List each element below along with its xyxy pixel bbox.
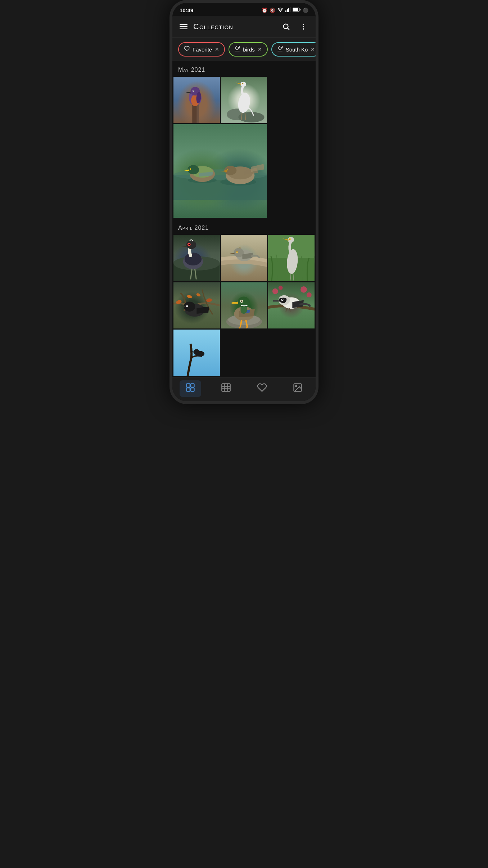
svg-point-55 <box>234 248 244 258</box>
photo-cell-kingfisher[interactable] <box>173 77 220 123</box>
svg-point-96 <box>193 349 200 355</box>
memories-icon <box>293 382 303 395</box>
svg-rect-99 <box>186 388 190 391</box>
photo-cell-ducks[interactable] <box>173 124 267 218</box>
bottom-nav <box>172 377 316 401</box>
status-icons: ⏰ 🔇 <box>262 7 308 13</box>
main-content: Collection <box>172 16 316 401</box>
signal-icon <box>285 7 290 13</box>
filter-chip-south-korea[interactable]: South Ko ✕ <box>271 42 316 57</box>
svg-point-0 <box>280 11 281 12</box>
status-bar: 10:49 ⏰ 🔇 <box>172 3 316 16</box>
svg-point-23 <box>193 90 194 91</box>
svg-rect-2 <box>287 9 288 12</box>
svg-point-87 <box>307 292 312 297</box>
menu-button[interactable] <box>178 23 189 31</box>
svg-point-84 <box>272 288 278 294</box>
photo-cell-mallard-standing[interactable] <box>221 282 267 329</box>
timeline-icon <box>221 382 231 395</box>
svg-point-11 <box>303 26 304 27</box>
filter-chip-birds[interactable]: birds ✕ <box>229 42 268 57</box>
svg-rect-98 <box>191 384 194 387</box>
photo-cell-small-bird[interactable] <box>221 235 267 281</box>
svg-point-81 <box>241 301 242 301</box>
svg-rect-3 <box>288 8 289 12</box>
nav-item-collection[interactable] <box>180 380 201 397</box>
svg-point-86 <box>301 286 307 293</box>
svg-point-69 <box>196 292 201 297</box>
more-options-button[interactable] <box>297 20 310 33</box>
photo-grid-april-2021 <box>172 235 316 377</box>
phone-frame: 10:49 ⏰ 🔇 <box>170 0 318 404</box>
svg-point-32 <box>242 83 243 84</box>
svg-point-51 <box>189 244 190 245</box>
svg-point-63 <box>290 239 290 240</box>
svg-point-68 <box>206 298 212 302</box>
svg-point-61 <box>288 237 294 243</box>
svg-point-44 <box>227 169 228 170</box>
photo-cell-night-heron[interactable] <box>173 235 220 281</box>
photo-cell-branch-bird[interactable] <box>268 282 315 329</box>
chip-birds-label: birds <box>243 46 255 53</box>
svg-point-13 <box>238 47 239 48</box>
alarm-icon: ⏰ <box>262 8 267 13</box>
tag-icon-birds <box>234 46 240 53</box>
camera-icon: ⚫ <box>303 8 308 13</box>
tag-icon-sk <box>277 46 283 53</box>
photo-cell-heron-grass[interactable] <box>268 235 315 281</box>
svg-rect-97 <box>186 384 190 387</box>
heart-icon <box>184 46 190 53</box>
wifi-icon <box>277 7 283 13</box>
svg-point-12 <box>303 28 304 30</box>
filter-row: Favorite ✕ birds ✕ <box>172 38 316 61</box>
filter-chip-favorite[interactable]: Favorite ✕ <box>178 42 225 57</box>
scrollable-content[interactable]: May 2021 <box>172 61 316 377</box>
nav-item-favorites[interactable] <box>251 380 273 397</box>
chip-sk-label: South Ko <box>286 46 308 53</box>
chip-favorite-label: Favorite <box>193 46 212 53</box>
chip-birds-close[interactable]: ✕ <box>258 46 262 52</box>
section-header-april-2021: April 2021 <box>172 219 316 235</box>
photo-cell-dark-bird[interactable] <box>173 282 220 329</box>
nav-item-memories[interactable] <box>287 380 308 397</box>
svg-point-10 <box>303 24 304 25</box>
svg-point-107 <box>295 385 297 387</box>
photo-cell-sky-bird[interactable] <box>173 330 220 376</box>
svg-rect-4 <box>290 7 290 12</box>
svg-line-92 <box>286 308 287 312</box>
battery-icon <box>293 8 301 13</box>
svg-point-67 <box>187 295 192 299</box>
svg-point-57 <box>236 251 238 252</box>
svg-point-48 <box>185 252 202 265</box>
svg-rect-7 <box>300 9 301 10</box>
svg-point-91 <box>282 299 283 300</box>
search-button[interactable] <box>280 20 293 33</box>
nav-item-timeline[interactable] <box>215 380 237 397</box>
svg-point-85 <box>279 286 283 290</box>
chip-favorite-close[interactable]: ✕ <box>215 46 219 52</box>
favorites-icon <box>257 382 267 395</box>
svg-rect-100 <box>191 388 194 391</box>
svg-point-28 <box>240 82 246 87</box>
photo-grid-may-2021 <box>172 77 316 219</box>
svg-rect-101 <box>222 384 230 392</box>
app-title: Collection <box>193 22 275 31</box>
svg-line-30 <box>245 113 245 120</box>
section-header-may-2021: May 2021 <box>172 61 316 77</box>
svg-point-73 <box>186 305 187 307</box>
svg-rect-1 <box>285 10 286 12</box>
svg-rect-6 <box>293 8 298 11</box>
svg-point-40 <box>190 168 191 170</box>
svg-point-15 <box>281 47 281 48</box>
photo-cell-egret[interactable] <box>221 77 267 123</box>
collection-icon <box>185 382 195 395</box>
svg-line-9 <box>288 28 289 30</box>
app-bar: Collection <box>172 16 316 38</box>
svg-point-71 <box>184 301 195 312</box>
mute-icon: 🔇 <box>270 8 275 13</box>
chip-sk-close[interactable]: ✕ <box>311 46 315 52</box>
status-time: 10:49 <box>180 7 193 13</box>
